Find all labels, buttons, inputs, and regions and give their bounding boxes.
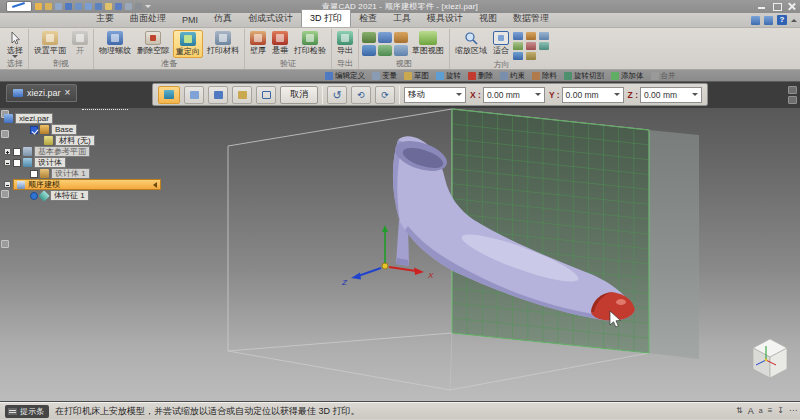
list-icon[interactable]: ≡: [768, 406, 773, 416]
print-material-button[interactable]: 打印材料: [205, 30, 241, 56]
font-decrease-icon[interactable]: a: [759, 406, 763, 416]
design-body-checkbox[interactable]: [13, 159, 21, 167]
document-close-icon[interactable]: ×: [65, 88, 71, 98]
x-axis-input[interactable]: 0.00 mm: [483, 87, 545, 103]
edit-definition-item[interactable]: 编辑定义: [325, 71, 365, 81]
sensors-panel-icon[interactable]: [1, 240, 9, 248]
tab-main[interactable]: 主要: [88, 10, 122, 27]
move-step-button[interactable]: [184, 86, 204, 104]
tree-row-material[interactable]: 材料 (无): [44, 135, 204, 146]
cutout-item[interactable]: 除料: [532, 71, 557, 81]
flip-cw-button[interactable]: ⟳: [375, 86, 395, 104]
dock-down-icon[interactable]: ↧: [777, 406, 784, 416]
tab-pmi[interactable]: PMI: [174, 13, 206, 27]
pan-icon[interactable]: [526, 32, 536, 40]
pathfinder-grip[interactable]: [82, 109, 128, 112]
tree-row-ordered-modeling[interactable]: 顺序建模: [4, 179, 204, 190]
help-icon[interactable]: ?: [777, 15, 787, 25]
view-override-icon[interactable]: [394, 45, 408, 56]
tab-view[interactable]: 视图: [471, 10, 505, 27]
view-cube[interactable]: [753, 339, 787, 378]
view-wireframe-icon[interactable]: [394, 32, 408, 43]
restore-icon[interactable]: [772, 2, 781, 10]
zoom-area-button[interactable]: 缩放区域: [453, 30, 489, 56]
tree-row-base[interactable]: Base: [30, 124, 204, 135]
zoom-icon[interactable]: [513, 32, 523, 40]
more-icon[interactable]: ⋯: [789, 406, 797, 416]
set-plane-button[interactable]: 设置平面: [32, 30, 68, 56]
select-button[interactable]: 选择: [5, 30, 25, 59]
ordered-modeling-highlight[interactable]: 顺序建模: [13, 179, 161, 190]
view-hidden-edges-icon[interactable]: [362, 45, 376, 56]
reorient-button[interactable]: 重定向: [173, 30, 203, 58]
font-increase-icon[interactable]: A: [748, 406, 754, 416]
panel-toggle-icon[interactable]: [788, 96, 797, 104]
variables-item[interactable]: 变量: [372, 71, 397, 81]
union-item[interactable]: 合并: [651, 71, 676, 81]
tab-mold-design[interactable]: 模具设计: [419, 10, 471, 27]
flip-ccw-button[interactable]: ⟲: [351, 86, 371, 104]
constraint-item[interactable]: 约束: [500, 71, 525, 81]
sketch-item[interactable]: 草图: [404, 71, 429, 81]
view-shaded-edges-icon[interactable]: [378, 32, 392, 43]
tab-inspect[interactable]: 检查: [351, 10, 385, 27]
delete-voids-button[interactable]: 删除空隙: [135, 30, 171, 56]
add-body-item[interactable]: 添加体: [611, 71, 644, 81]
tree-row-body-feature[interactable]: 体特征 1: [30, 190, 204, 201]
common-views-icon[interactable]: [513, 42, 523, 50]
transform-mode-select[interactable]: 移动: [404, 87, 466, 103]
base-checkbox[interactable]: [30, 126, 38, 134]
tree-row-ref-planes[interactable]: 基本参考平面: [4, 146, 204, 157]
perspective-icon[interactable]: [539, 42, 549, 50]
keypoint-button[interactable]: [208, 86, 228, 104]
named-views-icon[interactable]: [526, 52, 536, 60]
minimize-icon[interactable]: [757, 2, 766, 10]
z-axis-input[interactable]: 0.00 mm: [640, 87, 702, 103]
y-axis-input[interactable]: 0.00 mm: [562, 87, 624, 103]
collapse-arrow-icon[interactable]: [153, 182, 157, 188]
tab-generative-design[interactable]: 创成式设计: [240, 10, 301, 27]
design-body-1-checkbox[interactable]: [30, 170, 38, 178]
expand-icon[interactable]: [4, 148, 11, 155]
tab-3d-print[interactable]: 3D 打印: [301, 9, 351, 27]
collapse-icon[interactable]: [4, 159, 11, 166]
revolved-cut-item[interactable]: 旋转切割: [564, 71, 604, 81]
fit-extent-button[interactable]: [256, 86, 276, 104]
delete-item[interactable]: 删除: [468, 71, 493, 81]
tab-tools[interactable]: 工具: [385, 10, 419, 27]
physical-threads-button[interactable]: 物理螺纹: [97, 30, 133, 56]
print-check-button[interactable]: 打印检验: [292, 30, 328, 56]
overhangs-button[interactable]: 悬垂: [270, 30, 290, 56]
options-button[interactable]: [232, 86, 252, 104]
rotate-ccw-button[interactable]: ↺: [327, 86, 347, 104]
close-icon[interactable]: [787, 2, 796, 10]
triad-origin[interactable]: [382, 263, 388, 269]
tree-row-design-body-1[interactable]: 设计体 1: [30, 168, 204, 179]
view-visible-edges-icon[interactable]: [378, 45, 392, 56]
document-tab[interactable]: xiezi.par ×: [6, 84, 77, 102]
cancel-button[interactable]: 取消: [280, 86, 318, 104]
docs-icon[interactable]: [764, 16, 773, 25]
scroll-spinner-icon[interactable]: ⇅: [736, 406, 743, 416]
collapse-icon[interactable]: [4, 181, 11, 188]
rotate-view-icon[interactable]: [539, 32, 549, 40]
fit-button[interactable]: 适合: [491, 30, 511, 56]
tab-simulation[interactable]: 仿真: [206, 10, 240, 27]
collapse-ribbon-icon[interactable]: [791, 19, 797, 22]
tab-surfacing[interactable]: 曲面处理: [122, 10, 174, 27]
tree-row-root[interactable]: xiezi.par: [4, 113, 204, 124]
dock-toggle-icon[interactable]: [788, 86, 797, 94]
wall-thickness-button[interactable]: 壁厚: [248, 30, 268, 56]
tab-data-management[interactable]: 数据管理: [505, 10, 557, 27]
section-toggle-button[interactable]: 开: [70, 30, 90, 56]
tree-row-design-body[interactable]: 设计体: [4, 157, 204, 168]
previous-view-icon[interactable]: [513, 52, 523, 60]
export-button[interactable]: 导出: [335, 30, 355, 56]
rotate-item[interactable]: 旋转: [436, 71, 461, 81]
ref-planes-checkbox[interactable]: [13, 148, 21, 156]
learning-icon[interactable]: [751, 16, 760, 25]
reorient-tool-active-button[interactable]: [158, 86, 180, 104]
select-dropdown-icon[interactable]: [12, 55, 18, 58]
view-styles-icon[interactable]: [526, 42, 536, 50]
viewport-3d[interactable]: X Z: [0, 108, 800, 402]
